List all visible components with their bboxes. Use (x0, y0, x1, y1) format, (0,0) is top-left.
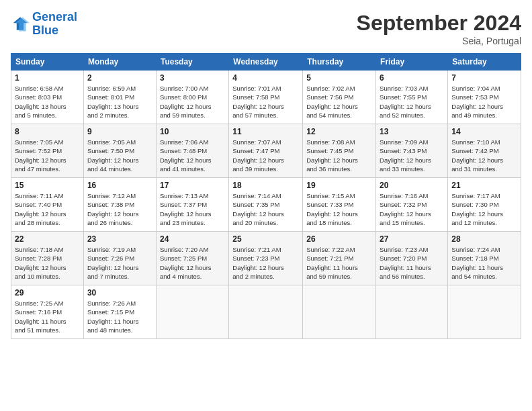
table-row: 11Sunrise: 7:07 AM Sunset: 7:47 PM Dayli… (229, 124, 303, 178)
day-info: Sunrise: 7:16 AM Sunset: 7:32 PM Dayligh… (380, 191, 444, 227)
day-number: 21 (451, 181, 517, 190)
col-saturday: Saturday (448, 54, 521, 71)
logo-line2: Blue (32, 24, 58, 37)
title-block: September 2024 Seia, Portugal (357, 11, 521, 46)
table-row: 26Sunrise: 7:22 AM Sunset: 7:21 PM Dayli… (303, 232, 376, 285)
day-info: Sunrise: 7:10 AM Sunset: 7:42 PM Dayligh… (451, 138, 517, 173)
table-row: 19Sunrise: 7:15 AM Sunset: 7:33 PM Dayli… (303, 178, 376, 232)
day-number: 13 (380, 127, 444, 136)
day-number: 8 (15, 127, 80, 136)
day-info: Sunrise: 7:21 AM Sunset: 7:23 PM Dayligh… (232, 245, 299, 281)
day-info: Sunrise: 7:07 AM Sunset: 7:47 PM Dayligh… (232, 138, 299, 173)
logo: General Blue (11, 11, 77, 38)
day-number: 26 (306, 234, 372, 244)
day-number: 3 (160, 73, 225, 83)
day-number: 30 (87, 288, 152, 298)
day-info: Sunrise: 7:22 AM Sunset: 7:21 PM Dayligh… (306, 245, 372, 281)
day-number: 12 (306, 127, 372, 136)
day-number: 11 (232, 127, 299, 136)
table-row: 4Sunrise: 7:01 AM Sunset: 7:58 PM Daylig… (229, 71, 303, 124)
calendar-row: 1Sunrise: 6:58 AM Sunset: 8:03 PM Daylig… (11, 71, 521, 124)
table-row: 2Sunrise: 6:59 AM Sunset: 8:01 PM Daylig… (83, 71, 156, 124)
calendar-row: 29Sunrise: 7:25 AM Sunset: 7:16 PM Dayli… (11, 285, 521, 339)
day-info: Sunrise: 7:19 AM Sunset: 7:26 PM Dayligh… (87, 245, 152, 281)
day-number: 25 (232, 234, 299, 244)
day-info: Sunrise: 7:17 AM Sunset: 7:30 PM Dayligh… (451, 191, 517, 227)
day-info: Sunrise: 7:13 AM Sunset: 7:37 PM Dayligh… (160, 191, 225, 227)
table-row: 21Sunrise: 7:17 AM Sunset: 7:30 PM Dayli… (448, 178, 521, 232)
table-row: 7Sunrise: 7:04 AM Sunset: 7:53 PM Daylig… (448, 71, 521, 124)
day-info: Sunrise: 7:08 AM Sunset: 7:45 PM Dayligh… (306, 138, 372, 173)
calendar-row: 8Sunrise: 7:05 AM Sunset: 7:52 PM Daylig… (11, 124, 521, 178)
day-info: Sunrise: 7:06 AM Sunset: 7:48 PM Dayligh… (160, 138, 225, 173)
day-number: 7 (451, 73, 517, 83)
table-row: 25Sunrise: 7:21 AM Sunset: 7:23 PM Dayli… (229, 232, 303, 285)
day-info: Sunrise: 7:15 AM Sunset: 7:33 PM Dayligh… (306, 191, 372, 227)
day-info: Sunrise: 7:23 AM Sunset: 7:20 PM Dayligh… (380, 245, 444, 281)
col-sunday: Sunday (11, 54, 84, 71)
day-number: 15 (15, 181, 80, 190)
day-number: 16 (87, 181, 152, 190)
day-number: 4 (232, 73, 299, 83)
day-number: 5 (306, 73, 372, 83)
day-number: 6 (380, 73, 444, 83)
logo-text: General Blue (32, 11, 77, 38)
table-row: 16Sunrise: 7:12 AM Sunset: 7:38 PM Dayli… (83, 178, 156, 232)
day-info: Sunrise: 7:14 AM Sunset: 7:35 PM Dayligh… (232, 191, 299, 227)
table-row: 6Sunrise: 7:03 AM Sunset: 7:55 PM Daylig… (376, 71, 448, 124)
table-row: 18Sunrise: 7:14 AM Sunset: 7:35 PM Dayli… (229, 178, 303, 232)
calendar-page: General Blue September 2024 Seia, Portug… (0, 0, 532, 346)
day-info: Sunrise: 6:58 AM Sunset: 8:03 PM Dayligh… (15, 84, 80, 120)
calendar-body: 1Sunrise: 6:58 AM Sunset: 8:03 PM Daylig… (11, 71, 521, 339)
day-info: Sunrise: 7:20 AM Sunset: 7:25 PM Dayligh… (160, 245, 225, 281)
day-info: Sunrise: 7:26 AM Sunset: 7:15 PM Dayligh… (87, 299, 152, 334)
col-thursday: Thursday (303, 54, 376, 71)
day-info: Sunrise: 7:03 AM Sunset: 7:55 PM Dayligh… (380, 84, 444, 120)
day-number: 20 (380, 181, 444, 190)
day-info: Sunrise: 7:12 AM Sunset: 7:38 PM Dayligh… (87, 191, 152, 227)
table-row: 3Sunrise: 7:00 AM Sunset: 8:00 PM Daylig… (156, 71, 228, 124)
table-row: 13Sunrise: 7:09 AM Sunset: 7:43 PM Dayli… (376, 124, 448, 178)
table-row: 9Sunrise: 7:05 AM Sunset: 7:50 PM Daylig… (83, 124, 156, 178)
table-row: 10Sunrise: 7:06 AM Sunset: 7:48 PM Dayli… (156, 124, 228, 178)
day-number: 14 (451, 127, 517, 136)
col-friday: Friday (376, 54, 448, 71)
table-row: 30Sunrise: 7:26 AM Sunset: 7:15 PM Dayli… (83, 285, 156, 339)
location-subtitle: Seia, Portugal (357, 36, 521, 46)
day-number: 10 (160, 127, 225, 136)
day-number: 29 (15, 288, 80, 298)
day-info: Sunrise: 7:25 AM Sunset: 7:16 PM Dayligh… (15, 299, 80, 334)
day-info: Sunrise: 7:18 AM Sunset: 7:28 PM Dayligh… (15, 245, 80, 281)
day-info: Sunrise: 7:02 AM Sunset: 7:56 PM Dayligh… (306, 84, 372, 120)
day-number: 18 (232, 181, 299, 190)
day-info: Sunrise: 6:59 AM Sunset: 8:01 PM Dayligh… (87, 84, 152, 120)
month-title: September 2024 (357, 11, 521, 36)
header: General Blue September 2024 Seia, Portug… (11, 11, 521, 46)
day-info: Sunrise: 7:24 AM Sunset: 7:18 PM Dayligh… (451, 245, 517, 281)
day-info: Sunrise: 7:05 AM Sunset: 7:52 PM Dayligh… (15, 138, 80, 173)
day-number: 19 (306, 181, 372, 190)
table-row: 20Sunrise: 7:16 AM Sunset: 7:32 PM Dayli… (376, 178, 448, 232)
table-row: 23Sunrise: 7:19 AM Sunset: 7:26 PM Dayli… (83, 232, 156, 285)
col-monday: Monday (83, 54, 156, 71)
table-row: 27Sunrise: 7:23 AM Sunset: 7:20 PM Dayli… (376, 232, 448, 285)
day-info: Sunrise: 7:11 AM Sunset: 7:40 PM Dayligh… (15, 191, 80, 227)
col-wednesday: Wednesday (229, 54, 303, 71)
calendar-row: 15Sunrise: 7:11 AM Sunset: 7:40 PM Dayli… (11, 178, 521, 232)
table-row: 12Sunrise: 7:08 AM Sunset: 7:45 PM Dayli… (303, 124, 376, 178)
table-row: 29Sunrise: 7:25 AM Sunset: 7:16 PM Dayli… (11, 285, 84, 339)
day-number: 17 (160, 181, 225, 190)
calendar-row: 22Sunrise: 7:18 AM Sunset: 7:28 PM Dayli… (11, 232, 521, 285)
day-number: 23 (87, 234, 152, 244)
table-row: 17Sunrise: 7:13 AM Sunset: 7:37 PM Dayli… (156, 178, 228, 232)
day-number: 9 (87, 127, 152, 136)
logo-line1: General (32, 10, 77, 24)
day-number: 28 (451, 234, 517, 244)
table-row: 14Sunrise: 7:10 AM Sunset: 7:42 PM Dayli… (448, 124, 521, 178)
day-number: 24 (160, 234, 225, 244)
day-number: 22 (15, 234, 80, 244)
day-number: 1 (15, 73, 80, 83)
empty-cell (229, 285, 303, 339)
table-row: 22Sunrise: 7:18 AM Sunset: 7:28 PM Dayli… (11, 232, 84, 285)
empty-cell (376, 285, 448, 339)
